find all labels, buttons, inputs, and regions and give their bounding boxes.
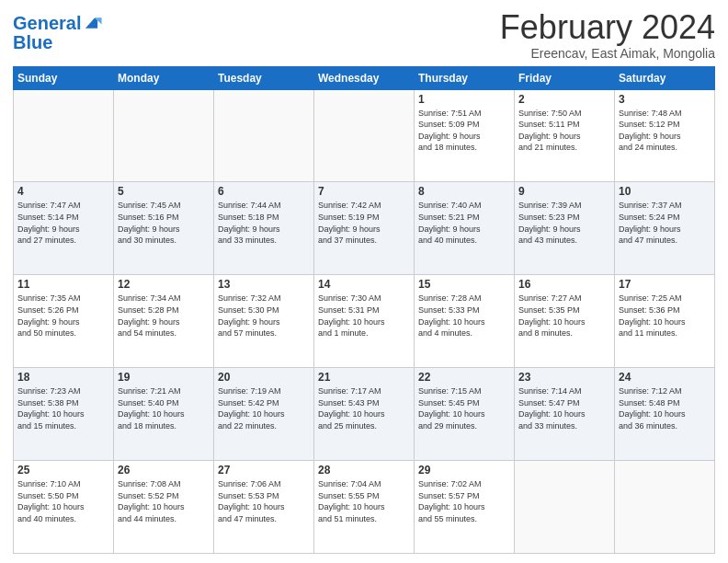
day-number: 11: [17, 278, 109, 291]
calendar-cell: 1Sunrise: 7:51 AM Sunset: 5:09 PM Daylig…: [415, 89, 515, 182]
calendar-cell: 5Sunrise: 7:45 AM Sunset: 5:16 PM Daylig…: [114, 182, 214, 275]
day-info: Sunrise: 7:30 AM Sunset: 5:31 PM Dayligh…: [318, 293, 410, 339]
day-info: Sunrise: 7:04 AM Sunset: 5:55 PM Dayligh…: [318, 478, 410, 524]
day-info: Sunrise: 7:17 AM Sunset: 5:43 PM Dayligh…: [318, 385, 410, 431]
day-info: Sunrise: 7:39 AM Sunset: 5:23 PM Dayligh…: [518, 200, 610, 246]
day-info: Sunrise: 7:44 AM Sunset: 5:18 PM Dayligh…: [218, 200, 310, 246]
calendar-cell: 7Sunrise: 7:42 AM Sunset: 5:19 PM Daylig…: [314, 182, 415, 275]
day-info: Sunrise: 7:51 AM Sunset: 5:09 PM Dayligh…: [418, 108, 510, 154]
header: General Blue February 2024 Ereencav, Eas…: [13, 9, 715, 61]
calendar-cell: [114, 89, 214, 182]
day-info: Sunrise: 7:34 AM Sunset: 5:28 PM Dayligh…: [118, 293, 210, 339]
day-number: 7: [318, 185, 410, 198]
calendar-cell: 25Sunrise: 7:10 AM Sunset: 5:50 PM Dayli…: [14, 461, 114, 554]
day-info: Sunrise: 7:12 AM Sunset: 5:48 PM Dayligh…: [619, 385, 711, 431]
calendar-week-5: 25Sunrise: 7:10 AM Sunset: 5:50 PM Dayli…: [14, 461, 715, 554]
calendar-cell: [615, 461, 715, 554]
day-info: Sunrise: 7:45 AM Sunset: 5:16 PM Dayligh…: [118, 200, 210, 246]
weekday-thursday: Thursday: [415, 66, 515, 89]
weekday-monday: Monday: [114, 66, 214, 89]
day-info: Sunrise: 7:32 AM Sunset: 5:30 PM Dayligh…: [218, 293, 310, 339]
weekday-wednesday: Wednesday: [314, 66, 415, 89]
calendar-cell: 14Sunrise: 7:30 AM Sunset: 5:31 PM Dayli…: [314, 275, 415, 368]
weekday-saturday: Saturday: [615, 66, 715, 89]
day-info: Sunrise: 7:40 AM Sunset: 5:21 PM Dayligh…: [418, 200, 510, 246]
day-info: Sunrise: 7:06 AM Sunset: 5:53 PM Dayligh…: [218, 478, 310, 524]
day-number: 15: [418, 278, 510, 291]
day-number: 3: [619, 93, 711, 106]
calendar-cell: 2Sunrise: 7:50 AM Sunset: 5:11 PM Daylig…: [515, 89, 615, 182]
calendar-cell: 29Sunrise: 7:02 AM Sunset: 5:57 PM Dayli…: [415, 461, 515, 554]
calendar-cell: 17Sunrise: 7:25 AM Sunset: 5:36 PM Dayli…: [615, 275, 715, 368]
day-info: Sunrise: 7:10 AM Sunset: 5:50 PM Dayligh…: [17, 478, 109, 524]
logo-icon: [83, 13, 103, 33]
calendar-cell: [314, 89, 415, 182]
day-info: Sunrise: 7:48 AM Sunset: 5:12 PM Dayligh…: [619, 108, 711, 154]
day-info: Sunrise: 7:23 AM Sunset: 5:38 PM Dayligh…: [17, 385, 109, 431]
calendar-week-3: 11Sunrise: 7:35 AM Sunset: 5:26 PM Dayli…: [14, 275, 715, 368]
calendar-cell: 16Sunrise: 7:27 AM Sunset: 5:35 PM Dayli…: [515, 275, 615, 368]
calendar-cell: 10Sunrise: 7:37 AM Sunset: 5:24 PM Dayli…: [615, 182, 715, 275]
calendar-cell: 23Sunrise: 7:14 AM Sunset: 5:47 PM Dayli…: [515, 368, 615, 461]
calendar-cell: 13Sunrise: 7:32 AM Sunset: 5:30 PM Dayli…: [214, 275, 314, 368]
day-number: 21: [318, 371, 410, 384]
day-info: Sunrise: 7:37 AM Sunset: 5:24 PM Dayligh…: [619, 200, 711, 246]
day-number: 2: [518, 93, 610, 106]
calendar-cell: 6Sunrise: 7:44 AM Sunset: 5:18 PM Daylig…: [214, 182, 314, 275]
day-info: Sunrise: 7:19 AM Sunset: 5:42 PM Dayligh…: [218, 385, 310, 431]
day-number: 22: [418, 371, 510, 384]
day-info: Sunrise: 7:02 AM Sunset: 5:57 PM Dayligh…: [418, 478, 510, 524]
day-number: 20: [218, 371, 310, 384]
day-number: 13: [218, 278, 310, 291]
weekday-sunday: Sunday: [14, 66, 114, 89]
day-number: 29: [418, 464, 510, 477]
day-number: 16: [518, 278, 610, 291]
calendar-week-2: 4Sunrise: 7:47 AM Sunset: 5:14 PM Daylig…: [14, 182, 715, 275]
day-info: Sunrise: 7:08 AM Sunset: 5:52 PM Dayligh…: [118, 478, 210, 524]
day-info: Sunrise: 7:50 AM Sunset: 5:11 PM Dayligh…: [518, 108, 610, 154]
calendar-cell: 9Sunrise: 7:39 AM Sunset: 5:23 PM Daylig…: [515, 182, 615, 275]
calendar-cell: 24Sunrise: 7:12 AM Sunset: 5:48 PM Dayli…: [615, 368, 715, 461]
day-info: Sunrise: 7:27 AM Sunset: 5:35 PM Dayligh…: [518, 293, 610, 339]
logo-blue: Blue: [13, 33, 103, 52]
day-info: Sunrise: 7:21 AM Sunset: 5:40 PM Dayligh…: [118, 385, 210, 431]
day-number: 6: [218, 185, 310, 198]
day-number: 27: [218, 464, 310, 477]
calendar-cell: 21Sunrise: 7:17 AM Sunset: 5:43 PM Dayli…: [314, 368, 415, 461]
subtitle: Ereencav, East Aimak, Mongolia: [500, 46, 715, 61]
weekday-header-row: SundayMondayTuesdayWednesdayThursdayFrid…: [14, 66, 715, 89]
calendar-cell: 22Sunrise: 7:15 AM Sunset: 5:45 PM Dayli…: [415, 368, 515, 461]
logo-text: General: [13, 14, 81, 32]
day-number: 9: [518, 185, 610, 198]
day-number: 4: [17, 185, 109, 198]
logo: General Blue: [13, 13, 103, 52]
calendar-cell: 18Sunrise: 7:23 AM Sunset: 5:38 PM Dayli…: [14, 368, 114, 461]
day-info: Sunrise: 7:28 AM Sunset: 5:33 PM Dayligh…: [418, 293, 510, 339]
month-title: February 2024: [500, 9, 715, 46]
calendar-cell: 3Sunrise: 7:48 AM Sunset: 5:12 PM Daylig…: [615, 89, 715, 182]
day-info: Sunrise: 7:35 AM Sunset: 5:26 PM Dayligh…: [17, 293, 109, 339]
day-number: 5: [118, 185, 210, 198]
day-info: Sunrise: 7:42 AM Sunset: 5:19 PM Dayligh…: [318, 200, 410, 246]
calendar-cell: [14, 89, 114, 182]
day-number: 26: [118, 464, 210, 477]
calendar-cell: 27Sunrise: 7:06 AM Sunset: 5:53 PM Dayli…: [214, 461, 314, 554]
calendar-week-1: 1Sunrise: 7:51 AM Sunset: 5:09 PM Daylig…: [14, 89, 715, 182]
day-number: 19: [118, 371, 210, 384]
day-number: 8: [418, 185, 510, 198]
calendar-cell: 28Sunrise: 7:04 AM Sunset: 5:55 PM Dayli…: [314, 461, 415, 554]
weekday-tuesday: Tuesday: [214, 66, 314, 89]
calendar-cell: 11Sunrise: 7:35 AM Sunset: 5:26 PM Dayli…: [14, 275, 114, 368]
day-info: Sunrise: 7:14 AM Sunset: 5:47 PM Dayligh…: [518, 385, 610, 431]
calendar-cell: 19Sunrise: 7:21 AM Sunset: 5:40 PM Dayli…: [114, 368, 214, 461]
day-number: 14: [318, 278, 410, 291]
calendar-body: 1Sunrise: 7:51 AM Sunset: 5:09 PM Daylig…: [14, 89, 715, 553]
calendar-cell: 4Sunrise: 7:47 AM Sunset: 5:14 PM Daylig…: [14, 182, 114, 275]
day-info: Sunrise: 7:15 AM Sunset: 5:45 PM Dayligh…: [418, 385, 510, 431]
title-section: February 2024 Ereencav, East Aimak, Mong…: [500, 9, 715, 61]
calendar: SundayMondayTuesdayWednesdayThursdayFrid…: [13, 66, 715, 554]
day-info: Sunrise: 7:25 AM Sunset: 5:36 PM Dayligh…: [619, 293, 711, 339]
day-number: 28: [318, 464, 410, 477]
day-number: 17: [619, 278, 711, 291]
day-number: 1: [418, 93, 510, 106]
